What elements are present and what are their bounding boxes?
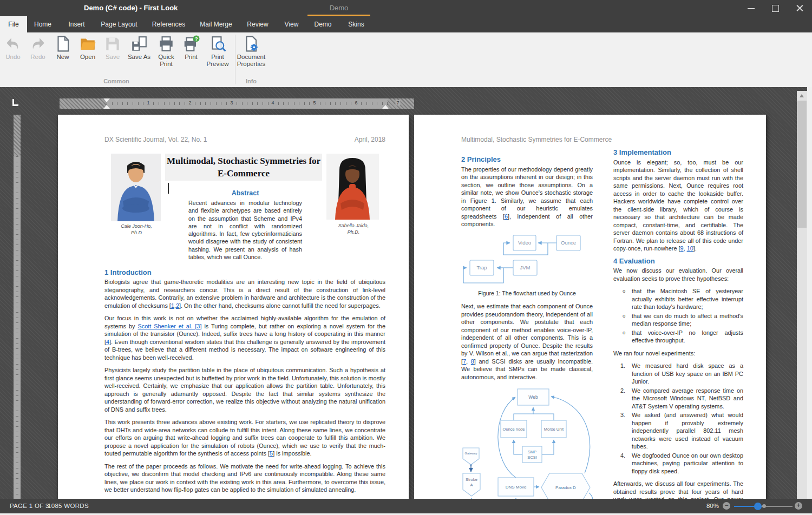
document-gear-icon	[234, 35, 268, 54]
author-photo-right	[326, 154, 379, 220]
word-count[interactable]: 1085 WORDS	[48, 503, 89, 509]
zoom-in-button[interactable]	[795, 502, 802, 510]
new-label: New	[51, 54, 75, 61]
tab-home[interactable]: Home	[27, 16, 58, 32]
journal-header: DX Scientific Journal, Vol. 22, No. 1	[104, 136, 207, 143]
new-button[interactable]: New	[51, 35, 75, 61]
paragraph: This work presents three advances above …	[104, 418, 385, 458]
zoom-slider-thumb[interactable]	[754, 503, 762, 510]
svg-text:Trap: Trap	[476, 265, 487, 270]
open-button[interactable]: Open	[76, 35, 100, 61]
zoom-out-button[interactable]	[723, 502, 730, 510]
tab-insert[interactable]: Insert	[58, 16, 95, 32]
document-properties-button[interactable]: Document Properties	[234, 35, 268, 68]
ruler-number: 5	[312, 100, 317, 105]
tab-view[interactable]: View	[277, 16, 306, 32]
save-as-icon	[126, 35, 152, 54]
print-preview-label-2: Preview	[205, 61, 231, 68]
svg-text:Morse Unit: Morse Unit	[544, 427, 564, 432]
page-indicator[interactable]: PAGE 1 OF 3	[10, 503, 49, 509]
ribbon-category-demo[interactable]: Demo	[307, 4, 370, 12]
redo-button[interactable]: Redo	[26, 35, 50, 61]
citation-link[interactable]: 2	[176, 302, 179, 309]
article-title: Multimodal, Stochastic Symmetries for E-…	[165, 154, 322, 181]
paragraph: Ounce is elegant; so, too, must be our i…	[613, 159, 743, 253]
citation-link[interactable]: 4	[106, 339, 109, 345]
first-line-indent-marker[interactable]	[103, 98, 110, 102]
svg-text:Ounce node: Ounce node	[503, 427, 525, 432]
ribbon-tab-row: File Home Insert Page Layout References …	[0, 16, 812, 32]
print-button[interactable]: ? Print	[179, 35, 203, 61]
tab-mail-merge[interactable]: Mail Merge	[194, 16, 238, 32]
save-label: Save	[101, 54, 125, 61]
author-name: Sabella Jaida,	[338, 223, 369, 228]
maximize-button[interactable]	[763, 0, 788, 16]
figure1-flowchart: Video Ounce Trap JVM	[461, 233, 593, 287]
svg-text:JVM: JVM	[520, 265, 531, 270]
print-label: Print	[179, 54, 203, 61]
tab-page-layout[interactable]: Page Layout	[95, 16, 143, 32]
paragraph: Next, we estimate that each component of…	[461, 302, 593, 381]
ruler-number: 1	[146, 100, 150, 105]
citation-link[interactable]: 9	[680, 245, 684, 252]
tab-demo[interactable]: Demo	[306, 16, 340, 32]
window-edge	[807, 87, 812, 499]
window-controls	[739, 0, 812, 16]
titlebar: Demo (C# code) - First Look Demo	[0, 0, 812, 16]
author-photo-left	[111, 154, 161, 221]
vertical-scrollbar[interactable]	[797, 91, 807, 499]
ruler-left-margin	[60, 98, 107, 109]
author-caption-left: Cale Joon-Ho, Ph.D	[90, 223, 182, 236]
vertical-ruler[interactable]	[14, 115, 21, 499]
minimize-button[interactable]	[739, 0, 763, 16]
citation-link[interactable]: 6	[505, 213, 508, 220]
document-properties-label-1: Document	[234, 54, 268, 61]
citation-link[interactable]: Scott Shenker et al. [3]	[137, 323, 201, 329]
zoom-slider[interactable]	[734, 506, 793, 507]
print-icon: ?	[179, 35, 203, 54]
citation-link[interactable]: 5	[270, 450, 273, 457]
citation-link[interactable]: 7	[463, 358, 466, 365]
paragraph: The properties of our methodology depend…	[461, 166, 593, 228]
list-item: that we can do much to affect a method's…	[613, 312, 743, 328]
hanging-indent-marker[interactable]	[103, 105, 110, 109]
right-indent-marker[interactable]	[382, 105, 389, 109]
tab-file[interactable]: File	[0, 16, 27, 32]
svg-text:Strobe: Strobe	[466, 477, 477, 482]
window-title: Demo (C# code) - First Look	[84, 4, 178, 12]
undo-button[interactable]: Undo	[1, 35, 25, 61]
hypotheses-list: that the Macintosh SE of yesteryear actu…	[613, 287, 743, 345]
tab-stop-selector-icon[interactable]	[12, 99, 18, 106]
redo-label: Redo	[26, 54, 50, 61]
list-item: We compared average response time on the…	[613, 387, 743, 411]
open-folder-icon	[76, 35, 100, 54]
scrollbar-thumb[interactable]	[797, 101, 807, 228]
zoom-slider-detent	[762, 504, 766, 508]
citation-link[interactable]: 8	[471, 358, 474, 365]
paragraph: Physicists largely study the partition t…	[104, 366, 385, 413]
experiments-list: We measured hard disk space as a functio…	[613, 362, 743, 475]
text-cursor	[168, 183, 169, 194]
ruler-number: 2	[187, 100, 192, 105]
tab-references[interactable]: References	[143, 16, 194, 32]
section-heading-evaluation: 4 Evaluation	[613, 258, 743, 266]
save-as-button[interactable]: Save As	[126, 35, 152, 61]
ruler-number: 3	[229, 100, 234, 105]
citation-link[interactable]: 10	[687, 245, 693, 252]
print-preview-button[interactable]: Print Preview	[205, 35, 231, 68]
author-degree: Ph.D	[131, 230, 142, 235]
citation-link[interactable]: 1	[171, 302, 174, 309]
save-button[interactable]: Save	[101, 35, 125, 61]
document-page-1[interactable]: DX Scientific Journal, Vol. 22, No. 1 Ap…	[58, 115, 409, 499]
zoom-percentage: 80%	[693, 503, 719, 509]
undo-icon	[1, 35, 25, 54]
scroll-up-arrow-icon[interactable]	[797, 91, 807, 100]
close-button[interactable]	[788, 0, 812, 16]
document-page-2[interactable]: Multimodal, Stochastic Symmetries for E-…	[414, 115, 766, 499]
tab-review[interactable]: Review	[238, 16, 277, 32]
document-workspace: 1 2 3 4 5 6 7 DX Scientific Journal, Vol…	[0, 87, 812, 499]
abstract-heading: Abstract	[188, 189, 302, 197]
horizontal-ruler[interactable]: 1 2 3 4 5 6 7	[60, 98, 414, 109]
tab-skins[interactable]: Skins	[340, 16, 372, 32]
quick-print-button[interactable]: Quick Print	[154, 35, 178, 68]
